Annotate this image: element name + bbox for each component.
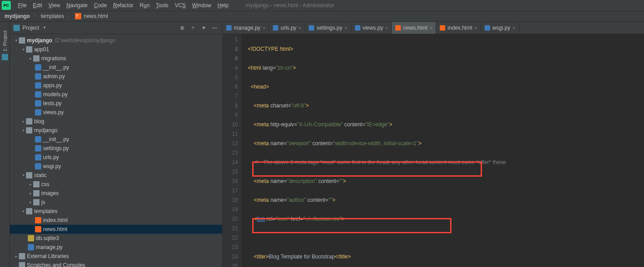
tab-label: index.html bbox=[447, 25, 472, 31]
sidebar-title[interactable]: Project bbox=[22, 25, 39, 31]
line-number[interactable]: 9 bbox=[223, 111, 238, 120]
breadcrumb-project[interactable]: mydjango bbox=[4, 13, 30, 19]
project-tree[interactable]: ▾mydjangoD:\web\devops\mydjango ▾app01 ▸… bbox=[10, 34, 222, 267]
tree-root[interactable]: ▾mydjangoD:\web\devops\mydjango bbox=[10, 36, 222, 45]
code-area[interactable]: 12⊟3⊟45678910111213141516171819202122232… bbox=[223, 34, 644, 267]
line-number[interactable]: 21 bbox=[223, 224, 238, 233]
menu-refactor[interactable]: Refactor bbox=[110, 1, 136, 9]
breadcrumb: mydjango 〉 templates 〉 news.html bbox=[0, 11, 644, 22]
menu-help[interactable]: Help bbox=[215, 1, 232, 9]
line-number[interactable]: 4 bbox=[223, 63, 238, 73]
tree-item[interactable]: ▸js bbox=[10, 198, 222, 207]
line-number[interactable]: 19 bbox=[223, 205, 238, 214]
menu-view[interactable]: View bbox=[46, 1, 63, 9]
tree-item[interactable]: __init__.py bbox=[10, 63, 222, 72]
tree-item[interactable]: manage.py bbox=[10, 243, 222, 252]
close-icon[interactable]: × bbox=[299, 26, 302, 31]
tree-item[interactable]: apps.py bbox=[10, 81, 222, 90]
tree-item[interactable]: ▸images bbox=[10, 189, 222, 198]
code-editor[interactable]: <!DOCTYPE html> <html lang="zh-cn"> <hea… bbox=[241, 34, 644, 267]
line-number[interactable]: 22 bbox=[223, 233, 238, 243]
tree-item[interactable]: Scratches and Consoles bbox=[10, 261, 222, 267]
tree-item[interactable]: models.py bbox=[10, 90, 222, 99]
locate-icon[interactable]: ⊕ bbox=[178, 24, 186, 32]
tree-item[interactable]: db.sqlite3 bbox=[10, 234, 222, 243]
tab-manage-py[interactable]: manage.py× bbox=[223, 22, 269, 34]
settings-icon[interactable]: ✦ bbox=[200, 24, 208, 32]
line-number[interactable]: 17 bbox=[223, 186, 238, 196]
tab-label: settings.py bbox=[316, 25, 342, 31]
line-number[interactable]: 1 bbox=[223, 35, 238, 44]
menu-file[interactable]: File bbox=[15, 1, 29, 9]
line-number[interactable]: 15 bbox=[223, 167, 238, 177]
menu-bar: PC File Edit View Navigate Code Refactor… bbox=[0, 0, 644, 11]
close-icon[interactable]: × bbox=[386, 26, 388, 31]
line-number[interactable]: 13 bbox=[223, 148, 238, 158]
tree-item[interactable]: wsgi.py bbox=[10, 162, 222, 171]
tree-item[interactable]: ▸blog bbox=[10, 117, 222, 126]
tree-item[interactable]: ▸css bbox=[10, 180, 222, 189]
close-icon[interactable]: × bbox=[430, 26, 433, 31]
tree-item[interactable]: __init__.py bbox=[10, 135, 222, 144]
tab-news-html[interactable]: news.html× bbox=[392, 22, 436, 34]
close-icon[interactable]: × bbox=[345, 26, 347, 31]
breadcrumb-file[interactable]: news.html bbox=[84, 13, 108, 19]
tree-item[interactable]: ▾templates bbox=[10, 207, 222, 216]
tree-item[interactable]: ▾app01 bbox=[10, 45, 222, 54]
dropdown-icon[interactable]: ▼ bbox=[43, 26, 46, 30]
line-number[interactable]: 3⊟ bbox=[223, 54, 238, 63]
menu-edit[interactable]: Edit bbox=[30, 1, 45, 9]
tree-item[interactable]: ▾static bbox=[10, 171, 222, 180]
tree-item[interactable]: ▸migrations bbox=[10, 54, 222, 63]
line-number[interactable]: 6 bbox=[223, 82, 238, 92]
tab-urls-py[interactable]: urls.py× bbox=[269, 22, 305, 34]
tab-wsgi-py[interactable]: wsgi.py× bbox=[481, 22, 519, 34]
tree-item[interactable]: admin.py bbox=[10, 72, 222, 81]
line-gutter[interactable]: 12⊟3⊟45678910111213141516171819202122232… bbox=[223, 34, 241, 267]
line-number[interactable]: 24 bbox=[223, 252, 238, 262]
line-number[interactable]: 16 bbox=[223, 177, 238, 186]
menu-code[interactable]: Code bbox=[91, 1, 110, 9]
structure-tool-icon[interactable] bbox=[2, 54, 8, 60]
tree-item[interactable]: urls.py bbox=[10, 153, 222, 162]
close-icon[interactable]: × bbox=[513, 26, 515, 31]
menu-tools[interactable]: Tools bbox=[153, 1, 171, 9]
line-number[interactable]: 20 bbox=[223, 214, 238, 224]
tab-index-html[interactable]: index.html× bbox=[436, 22, 481, 34]
folder-icon bbox=[33, 190, 39, 196]
py-file-icon bbox=[309, 25, 314, 31]
tree-item[interactable]: tests.py bbox=[10, 99, 222, 108]
line-number[interactable]: 7 bbox=[223, 92, 238, 101]
line-number[interactable]: 8 bbox=[223, 101, 238, 111]
tab-views-py[interactable]: views.py× bbox=[351, 22, 392, 34]
line-number[interactable]: 25 bbox=[223, 262, 238, 267]
project-tool-button[interactable]: 1: Project bbox=[2, 31, 8, 51]
line-number[interactable]: 5 bbox=[223, 73, 238, 82]
python-file-icon bbox=[35, 82, 41, 89]
menu-run[interactable]: Run bbox=[137, 1, 152, 9]
tree-item-selected[interactable]: news.html bbox=[10, 225, 222, 234]
collapse-icon[interactable]: ÷ bbox=[189, 24, 197, 32]
menu-navigate[interactable]: Navigate bbox=[64, 1, 90, 9]
close-icon[interactable]: × bbox=[474, 26, 477, 31]
tree-item[interactable]: ▸External Libraries bbox=[10, 252, 222, 261]
line-number[interactable]: 2⊟ bbox=[223, 44, 238, 54]
close-icon[interactable]: × bbox=[263, 26, 265, 31]
line-number[interactable]: 14 bbox=[223, 158, 238, 167]
tree-item[interactable]: index.html bbox=[10, 216, 222, 225]
line-number[interactable]: 23 bbox=[223, 243, 238, 252]
line-number[interactable]: 11 bbox=[223, 129, 238, 139]
tree-item[interactable]: settings.py bbox=[10, 144, 222, 153]
line-number[interactable]: 10 bbox=[223, 120, 238, 129]
menu-vcs[interactable]: VCS bbox=[172, 1, 188, 9]
tree-item[interactable]: views.py bbox=[10, 108, 222, 117]
tab-label: wsgi.py bbox=[492, 25, 510, 31]
line-number[interactable]: 18 bbox=[223, 196, 238, 205]
tab-settings-py[interactable]: settings.py× bbox=[305, 22, 351, 34]
folder-icon bbox=[26, 172, 32, 178]
hide-icon[interactable]: — bbox=[210, 24, 219, 32]
menu-window[interactable]: Window bbox=[189, 1, 214, 9]
breadcrumb-folder[interactable]: templates bbox=[41, 13, 64, 19]
line-number[interactable]: 12 bbox=[223, 139, 238, 148]
tree-item[interactable]: ▾mydjango bbox=[10, 126, 222, 135]
